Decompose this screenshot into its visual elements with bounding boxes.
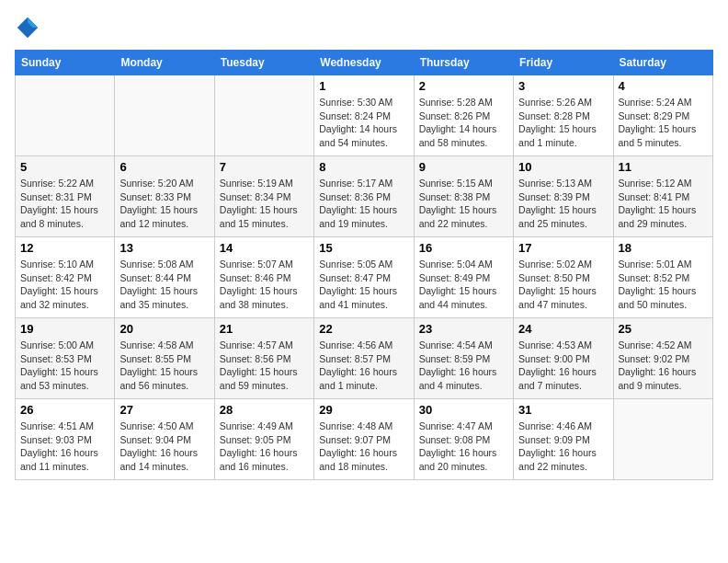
day-number: 12 — [20, 241, 109, 255]
day-number: 5 — [20, 160, 109, 174]
day-number: 9 — [419, 160, 508, 174]
day-number: 17 — [518, 241, 608, 255]
day-info: Sunrise: 5:01 AMSunset: 8:52 PMDaylight:… — [619, 258, 708, 312]
calendar-cell: 20Sunrise: 4:58 AMSunset: 8:55 PMDayligh… — [115, 318, 214, 399]
calendar-week-row: 26Sunrise: 4:51 AMSunset: 9:03 PMDayligh… — [16, 399, 713, 480]
calendar-cell: 9Sunrise: 5:15 AMSunset: 8:38 PMDaylight… — [414, 156, 513, 237]
calendar-cell: 18Sunrise: 5:01 AMSunset: 8:52 PMDayligh… — [613, 237, 712, 318]
day-number: 19 — [20, 322, 109, 336]
day-number: 25 — [619, 322, 708, 336]
day-info: Sunrise: 4:57 AMSunset: 8:56 PMDaylight:… — [220, 339, 309, 393]
day-info: Sunrise: 4:51 AMSunset: 9:03 PMDaylight:… — [20, 419, 109, 474]
calendar-cell — [613, 399, 712, 480]
day-number: 31 — [518, 403, 608, 417]
day-number: 24 — [518, 322, 608, 336]
calendar-cell: 22Sunrise: 4:56 AMSunset: 8:57 PMDayligh… — [314, 318, 414, 399]
calendar-cell: 30Sunrise: 4:47 AMSunset: 9:08 PMDayligh… — [414, 399, 513, 480]
day-number: 6 — [119, 160, 209, 174]
calendar-cell: 19Sunrise: 5:00 AMSunset: 8:53 PMDayligh… — [16, 318, 115, 399]
calendar-cell: 12Sunrise: 5:10 AMSunset: 8:42 PMDayligh… — [16, 237, 115, 318]
day-number: 26 — [20, 403, 109, 417]
day-info: Sunrise: 4:50 AMSunset: 9:04 PMDaylight:… — [119, 419, 209, 474]
day-info: Sunrise: 5:15 AMSunset: 8:38 PMDaylight:… — [419, 177, 508, 231]
day-info: Sunrise: 5:20 AMSunset: 8:33 PMDaylight:… — [119, 177, 209, 231]
day-number: 10 — [518, 160, 608, 174]
calendar-cell: 25Sunrise: 4:52 AMSunset: 9:02 PMDayligh… — [613, 318, 712, 399]
calendar-cell: 14Sunrise: 5:07 AMSunset: 8:46 PMDayligh… — [214, 237, 313, 318]
day-info: Sunrise: 5:08 AMSunset: 8:44 PMDaylight:… — [119, 258, 209, 312]
day-info: Sunrise: 5:05 AMSunset: 8:47 PMDaylight:… — [319, 258, 408, 312]
day-number: 21 — [220, 322, 309, 336]
day-number: 2 — [419, 79, 508, 93]
day-info: Sunrise: 5:07 AMSunset: 8:46 PMDaylight:… — [220, 258, 309, 312]
calendar-week-row: 19Sunrise: 5:00 AMSunset: 8:53 PMDayligh… — [16, 318, 713, 399]
logo — [15, 15, 44, 40]
weekday-header-tuesday: Tuesday — [214, 51, 313, 75]
calendar-cell: 23Sunrise: 4:54 AMSunset: 8:59 PMDayligh… — [414, 318, 513, 399]
calendar-cell: 13Sunrise: 5:08 AMSunset: 8:44 PMDayligh… — [115, 237, 214, 318]
logo-icon — [15, 15, 40, 40]
weekday-header-thursday: Thursday — [414, 51, 513, 75]
day-number: 1 — [319, 79, 408, 93]
weekday-header-sunday: Sunday — [16, 51, 115, 75]
day-number: 15 — [319, 241, 408, 255]
calendar-cell: 21Sunrise: 4:57 AMSunset: 8:56 PMDayligh… — [214, 318, 313, 399]
calendar-week-row: 5Sunrise: 5:22 AMSunset: 8:31 PMDaylight… — [16, 156, 713, 237]
day-info: Sunrise: 4:49 AMSunset: 9:05 PMDaylight:… — [220, 419, 309, 474]
day-number: 22 — [319, 322, 408, 336]
day-number: 13 — [119, 241, 209, 255]
day-info: Sunrise: 4:58 AMSunset: 8:55 PMDaylight:… — [119, 339, 209, 393]
calendar-cell: 3Sunrise: 5:26 AMSunset: 8:28 PMDaylight… — [514, 75, 613, 156]
calendar-cell: 28Sunrise: 4:49 AMSunset: 9:05 PMDayligh… — [214, 399, 313, 480]
day-number: 11 — [619, 160, 708, 174]
calendar-cell: 17Sunrise: 5:02 AMSunset: 8:50 PMDayligh… — [514, 237, 613, 318]
calendar-cell: 8Sunrise: 5:17 AMSunset: 8:36 PMDaylight… — [314, 156, 414, 237]
calendar-cell — [115, 75, 214, 156]
weekday-header-friday: Friday — [514, 51, 613, 75]
day-info: Sunrise: 5:26 AMSunset: 8:28 PMDaylight:… — [518, 96, 608, 150]
day-number: 23 — [419, 322, 508, 336]
day-info: Sunrise: 5:28 AMSunset: 8:26 PMDaylight:… — [419, 96, 508, 150]
weekday-header-wednesday: Wednesday — [314, 51, 414, 75]
day-info: Sunrise: 4:48 AMSunset: 9:07 PMDaylight:… — [319, 419, 408, 474]
weekday-header-row: SundayMondayTuesdayWednesdayThursdayFrid… — [16, 51, 713, 75]
calendar-cell: 27Sunrise: 4:50 AMSunset: 9:04 PMDayligh… — [115, 399, 214, 480]
day-info: Sunrise: 5:10 AMSunset: 8:42 PMDaylight:… — [20, 258, 109, 312]
page-header — [15, 15, 713, 40]
day-info: Sunrise: 5:13 AMSunset: 8:39 PMDaylight:… — [518, 177, 608, 231]
day-info: Sunrise: 5:17 AMSunset: 8:36 PMDaylight:… — [319, 177, 408, 231]
day-info: Sunrise: 4:46 AMSunset: 9:09 PMDaylight:… — [518, 419, 608, 474]
day-number: 30 — [419, 403, 508, 417]
calendar-cell: 2Sunrise: 5:28 AMSunset: 8:26 PMDaylight… — [414, 75, 513, 156]
calendar-cell: 16Sunrise: 5:04 AMSunset: 8:49 PMDayligh… — [414, 237, 513, 318]
day-number: 7 — [220, 160, 309, 174]
calendar-table: SundayMondayTuesdayWednesdayThursdayFrid… — [15, 50, 713, 480]
day-info: Sunrise: 4:53 AMSunset: 9:00 PMDaylight:… — [518, 339, 608, 393]
calendar-cell: 24Sunrise: 4:53 AMSunset: 9:00 PMDayligh… — [514, 318, 613, 399]
calendar-week-row: 1Sunrise: 5:30 AMSunset: 8:24 PMDaylight… — [16, 75, 713, 156]
calendar-cell — [16, 75, 115, 156]
day-info: Sunrise: 5:12 AMSunset: 8:41 PMDaylight:… — [619, 177, 708, 231]
day-info: Sunrise: 5:02 AMSunset: 8:50 PMDaylight:… — [518, 258, 608, 312]
day-info: Sunrise: 4:52 AMSunset: 9:02 PMDaylight:… — [619, 339, 708, 393]
calendar-cell: 26Sunrise: 4:51 AMSunset: 9:03 PMDayligh… — [16, 399, 115, 480]
calendar-cell: 11Sunrise: 5:12 AMSunset: 8:41 PMDayligh… — [613, 156, 712, 237]
day-info: Sunrise: 5:30 AMSunset: 8:24 PMDaylight:… — [319, 96, 408, 150]
day-info: Sunrise: 4:56 AMSunset: 8:57 PMDaylight:… — [319, 339, 408, 393]
day-info: Sunrise: 4:47 AMSunset: 9:08 PMDaylight:… — [419, 419, 508, 474]
calendar-cell: 15Sunrise: 5:05 AMSunset: 8:47 PMDayligh… — [314, 237, 414, 318]
day-info: Sunrise: 5:00 AMSunset: 8:53 PMDaylight:… — [20, 339, 109, 393]
day-number: 14 — [220, 241, 309, 255]
calendar-week-row: 12Sunrise: 5:10 AMSunset: 8:42 PMDayligh… — [16, 237, 713, 318]
calendar-cell: 4Sunrise: 5:24 AMSunset: 8:29 PMDaylight… — [613, 75, 712, 156]
calendar-cell: 29Sunrise: 4:48 AMSunset: 9:07 PMDayligh… — [314, 399, 414, 480]
day-info: Sunrise: 5:04 AMSunset: 8:49 PMDaylight:… — [419, 258, 508, 312]
day-info: Sunrise: 4:54 AMSunset: 8:59 PMDaylight:… — [419, 339, 508, 393]
day-number: 3 — [518, 79, 608, 93]
calendar-cell: 1Sunrise: 5:30 AMSunset: 8:24 PMDaylight… — [314, 75, 414, 156]
day-info: Sunrise: 5:22 AMSunset: 8:31 PMDaylight:… — [20, 177, 109, 231]
day-number: 29 — [319, 403, 408, 417]
day-number: 18 — [619, 241, 708, 255]
calendar-cell: 10Sunrise: 5:13 AMSunset: 8:39 PMDayligh… — [514, 156, 613, 237]
calendar-cell — [214, 75, 313, 156]
